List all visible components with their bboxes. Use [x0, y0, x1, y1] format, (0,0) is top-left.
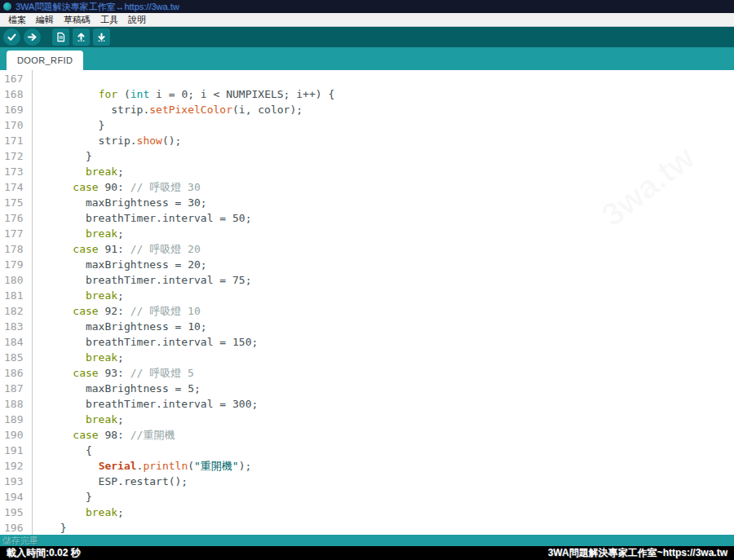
line-number: 176 [0, 210, 32, 226]
line-number: 183 [0, 319, 32, 334]
code-line: break; [47, 412, 734, 427]
code-line: } [47, 117, 734, 133]
line-number: 177 [0, 226, 32, 241]
open-sketch-button[interactable] [73, 29, 90, 46]
line-number: 196 [0, 520, 32, 535]
line-number: 185 [0, 350, 32, 365]
code-line: case 98: //重開機 [47, 427, 734, 443]
line-number: 191 [0, 443, 32, 458]
line-number-gutter: 1671681691701711721731741751761771781791… [0, 70, 33, 535]
app-icon [3, 2, 11, 11]
line-number: 190 [0, 427, 32, 443]
line-number: 169 [0, 102, 32, 117]
line-number: 181 [0, 288, 32, 303]
code-line [47, 71, 734, 86]
upload-button[interactable] [24, 29, 41, 46]
code-line: breathTimer.interval = 150; [47, 334, 734, 350]
line-number: 168 [0, 86, 32, 102]
line-number: 167 [0, 71, 32, 86]
menu-bar: 檔案編輯草稿碼工具說明 [0, 13, 734, 27]
title-bar: 3WA問題解決專家工作室↔https://3wa.tw [0, 0, 734, 13]
line-number: 187 [0, 381, 32, 396]
line-number: 178 [0, 241, 32, 257]
code-line: ESP.restart(); [47, 474, 734, 489]
code-line: strip.setPixelColor(i, color); [47, 102, 734, 117]
tab-label: DOOR_RFID [17, 55, 73, 65]
code-editor[interactable]: 1671681691701711721731741751761771781791… [0, 70, 734, 535]
code-line: } [47, 489, 734, 505]
line-number: 188 [0, 396, 32, 412]
toolbar [0, 27, 734, 47]
line-number: 186 [0, 365, 32, 381]
line-number: 172 [0, 148, 32, 164]
code-area: 3wa.tw for (int i = 0; i < NUMPIXELS; i+… [33, 70, 734, 535]
line-number: 182 [0, 303, 32, 319]
tab-door-rfid[interactable]: DOOR_RFID [7, 51, 83, 70]
line-number: 184 [0, 334, 32, 350]
code-line: case 91: // 呼吸燈 20 [47, 241, 734, 257]
code-line: for (int i = 0; i < NUMPIXELS; i++) { [47, 86, 734, 102]
code-line: maxBrightness = 30; [47, 195, 734, 210]
code-line: } [47, 520, 734, 535]
arrow-up-icon [76, 32, 86, 42]
arrow-right-icon [27, 32, 38, 42]
menu-item-file[interactable]: 檔案 [3, 14, 31, 26]
code-line: break; [47, 350, 734, 365]
line-number: 189 [0, 412, 32, 427]
status-strip: 儲存完畢 [0, 535, 734, 546]
document-icon [55, 32, 66, 42]
line-number: 195 [0, 505, 32, 520]
code-line: strip.show(); [47, 133, 734, 148]
menu-item-sketch[interactable]: 草稿碼 [59, 14, 95, 26]
line-number: 173 [0, 164, 32, 179]
line-number: 180 [0, 272, 32, 288]
code-line: case 92: // 呼吸燈 10 [47, 303, 734, 319]
code-line: case 93: // 呼吸燈 5 [47, 365, 734, 381]
arduino-ide-window: 3WA問題解決專家工作室↔https://3wa.tw 檔案編輯草稿碼工具說明 [0, 0, 734, 560]
header-teal-block: DOOR_RFID 3wa.tw 3wa.tw [0, 27, 734, 70]
status-message: 儲存完畢 [2, 535, 38, 546]
line-number: 174 [0, 179, 32, 195]
line-number: 179 [0, 257, 32, 272]
arrow-down-icon [96, 32, 107, 42]
code-line: break; [47, 505, 734, 520]
menu-item-help[interactable]: 說明 [123, 14, 151, 26]
code-line: break; [47, 288, 734, 303]
code-line: } [47, 148, 734, 164]
line-number: 170 [0, 117, 32, 133]
code-line: case 90: // 呼吸燈 30 [47, 179, 734, 195]
code-line: breathTimer.interval = 75; [47, 272, 734, 288]
window-title: 3WA問題解決專家工作室↔https://3wa.tw [15, 0, 179, 13]
console-load-time: 載入時間:0.02 秒 [7, 546, 81, 560]
line-number: 194 [0, 489, 32, 505]
code-line: breathTimer.interval = 300; [47, 396, 734, 412]
line-number: 171 [0, 133, 32, 148]
code-line: break; [47, 226, 734, 241]
menu-item-edit[interactable]: 編輯 [31, 14, 59, 26]
code-line: maxBrightness = 10; [47, 319, 734, 334]
save-sketch-button[interactable] [93, 29, 110, 46]
console-bar: 載入時間:0.02 秒 3WA問題解決專家工作室~https://3wa.tw [0, 546, 734, 560]
line-number: 175 [0, 195, 32, 210]
line-number: 193 [0, 474, 32, 489]
code-line: breathTimer.interval = 50; [47, 210, 734, 226]
line-number: 192 [0, 458, 32, 474]
tab-strip: DOOR_RFID [0, 47, 734, 70]
code-line: { [47, 443, 734, 458]
menu-item-tools[interactable]: 工具 [95, 14, 123, 26]
verify-button[interactable] [3, 29, 20, 46]
code-line: Serial.println("重開機"); [47, 458, 734, 474]
check-icon [7, 32, 17, 42]
code-line: break; [47, 164, 734, 179]
code-line: maxBrightness = 5; [47, 381, 734, 396]
code-line: maxBrightness = 20; [47, 257, 734, 272]
new-sketch-button[interactable] [52, 29, 69, 46]
console-watermark-url: 3WA問題解決專家工作室~https://3wa.tw [548, 546, 727, 560]
